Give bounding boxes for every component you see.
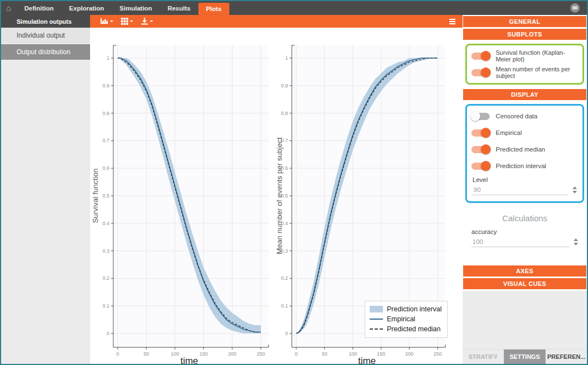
plot-toolbar [90,15,463,28]
stratify-button[interactable]: STRATIFY [463,350,503,364]
svg-text:0: 0 [107,331,109,336]
svg-text:0: 0 [285,331,288,336]
svg-text:time: time [180,356,198,364]
settings-button[interactable]: SETTINGS [503,350,545,364]
svg-text:150: 150 [200,351,208,357]
svg-text:250: 250 [256,351,265,357]
section-header-visual-cues[interactable]: VISUAL CUES [463,278,586,289]
panel-footer: STRATIFY SETTINGS PREFEREN... [463,349,587,364]
tab-exploration[interactable]: Exploration [61,1,112,15]
survival-plot[interactable]: 00.10.20.30.40.50.60.70.80.9105010015020… [90,28,276,364]
survival-plot-svg[interactable]: 00.10.20.30.40.50.60.70.80.9105010015020… [90,28,276,364]
svg-text:150: 150 [377,351,385,357]
empirical-line-swatch [370,319,383,320]
svg-text:0.9: 0.9 [102,83,109,88]
legend-item-predicted-median: Predicted median [370,324,442,334]
toggle-label: Mean number of events per subject [496,66,578,79]
svg-text:0.2: 0.2 [281,275,288,281]
tab-results[interactable]: Results [160,1,198,15]
subplots-group: Survival function (Kaplan-Meier plot) Me… [465,44,584,85]
tab-definition[interactable]: Definition [17,1,61,15]
toggle-label: Prediction interval [496,163,546,169]
accuracy-label: accuracy [471,228,578,235]
svg-text:Survival function: Survival function [91,168,99,223]
prediction-interval-toggle[interactable] [471,163,490,170]
sidebar-item-output-distribution[interactable]: Output distribution [1,44,90,60]
accuracy-field-row [471,236,578,248]
section-header-general[interactable]: GENERAL [463,16,586,27]
settings-panel: GENERAL SUBPLOTS Survival function (Kapl… [463,15,587,364]
stepper-up-icon[interactable] [574,236,578,241]
plot-canvas: 00.10.20.30.40.50.60.70.80.9105010015020… [90,28,463,364]
toggle-label: Empirical [496,129,522,136]
legend-label: Predicted median [387,325,440,333]
prediction-interval-swatch [370,306,383,312]
export-icon [141,18,148,25]
survival-function-toggle[interactable] [471,53,490,60]
accuracy-input[interactable] [471,237,569,247]
legend-label: Empirical [387,315,415,323]
toggle-row-empirical: Empirical [471,124,578,141]
svg-text:0.1: 0.1 [281,303,288,309]
empirical-toggle[interactable] [471,129,490,137]
layout-grid-icon [121,18,128,25]
svg-text:0: 0 [116,351,119,357]
svg-text:50: 50 [322,351,327,357]
stepper-down-icon[interactable] [574,243,578,248]
section-header-subplots[interactable]: SUBPLOTS [463,29,586,40]
top-nav-bar: ⌂ Definition Exploration Simulation Resu… [1,1,587,15]
chevron-down-icon [130,20,133,24]
svg-text:0.8: 0.8 [281,111,288,116]
svg-text:Mean number of events per subj: Mean number of events per subject [276,137,284,254]
stepper-up-icon[interactable] [573,184,577,189]
calculations-title: Calculations [470,213,579,223]
toggle-row-mean-events: Mean number of events per subject [471,64,578,81]
section-header-axes[interactable]: AXES [463,265,586,277]
predicted-median-swatch [370,328,383,330]
svg-text:0.8: 0.8 [102,111,109,116]
toggle-label: Survival function (Kaplan-Meier plot) [496,49,578,62]
mean-events-toggle[interactable] [471,69,490,76]
svg-text:200: 200 [228,351,237,357]
sidebar-item-label: Output distribution [17,48,70,56]
sidebar-item-individual-output[interactable]: Individual output [1,28,90,43]
toggle-row-survival-function: Survival function (Kaplan-Meier plot) [471,48,578,64]
svg-text:0.5: 0.5 [102,193,109,199]
level-label: Level [473,176,577,183]
layout-grid-dropdown[interactable] [119,17,135,26]
preferences-button[interactable]: PREFEREN... [545,350,587,364]
tab-plots[interactable]: Plots [198,3,229,15]
censored-data-toggle[interactable] [471,113,490,120]
svg-text:250: 250 [433,351,442,357]
feedback-bubble-icon[interactable] [570,3,580,13]
sidebar-header-label: Simulation outputs [17,18,72,25]
svg-text:1: 1 [285,55,288,61]
level-stepper[interactable] [573,184,577,196]
svg-text:0.7: 0.7 [102,138,109,143]
plot-legend: Prediction interval Empirical Predicted … [365,301,448,338]
svg-text:0.2: 0.2 [102,275,109,281]
section-header-display[interactable]: DISPLAY [463,89,586,100]
display-group: Censored data Empirical Predicted median… [465,104,584,203]
mean-events-plot[interactable]: 00.10.20.30.40.50.60.70.80.9105010015020… [276,28,463,364]
toggle-row-predicted-median: Predicted median [471,141,578,158]
predicted-median-toggle[interactable] [471,146,490,153]
svg-text:1: 1 [107,55,109,61]
svg-text:0.9: 0.9 [281,83,288,88]
home-icon[interactable]: ⌂ [6,4,11,12]
chevron-down-icon [110,20,113,24]
accuracy-stepper[interactable] [574,236,578,248]
stepper-down-icon[interactable] [573,191,577,196]
svg-text:0: 0 [295,351,297,357]
toggle-row-censored-data: Censored data [471,108,578,124]
export-dropdown[interactable] [139,17,155,26]
tab-simulation[interactable]: Simulation [112,1,160,15]
app-window: ⌂ Definition Exploration Simulation Resu… [0,0,588,365]
svg-text:time: time [358,356,376,364]
svg-text:200: 200 [405,351,413,357]
sidebar: Individual output Output distribution [1,28,90,364]
chart-type-dropdown[interactable] [98,17,116,26]
svg-text:0.6: 0.6 [102,165,109,171]
hamburger-menu-icon[interactable] [448,17,457,26]
level-input[interactable] [473,185,568,195]
